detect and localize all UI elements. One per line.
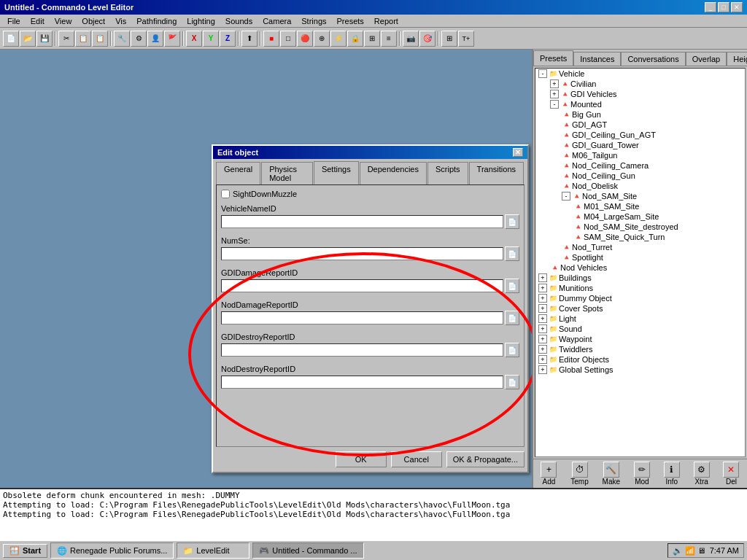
ok-propagate-button[interactable]: OK & Propagate...: [446, 451, 525, 467]
toolbar-camera[interactable]: 📷: [403, 31, 419, 47]
tree-nod-sam-site-destroyed[interactable]: 🔺 Nod_SAM_Site_destroyed: [535, 222, 745, 232]
menu-strings[interactable]: Strings: [297, 16, 330, 26]
expand-gdi-vehicles[interactable]: +: [550, 90, 559, 98]
tree-sound[interactable]: + 📁 Sound: [535, 324, 745, 334]
tree-light[interactable]: + 📁 Light: [535, 314, 745, 324]
menu-view[interactable]: View: [50, 16, 77, 26]
toolbar-cut[interactable]: ✂: [58, 31, 74, 47]
vehicle-name-id-btn[interactable]: 📄: [505, 214, 519, 229]
tool-info[interactable]: ℹ Info: [664, 462, 680, 486]
maximize-button[interactable]: □: [718, 2, 729, 12]
tree-nod-sam-site[interactable]: - 🔺 Nod_SAM_Site: [535, 191, 745, 201]
gdi-destroy-report-id-btn[interactable]: 📄: [505, 343, 519, 357]
expand-twiddlers[interactable]: +: [538, 345, 547, 354]
tree-nod-vehicles[interactable]: 🔺 Nod Vehicles: [535, 262, 745, 273]
tree-m01-sam-site[interactable]: 🔺 M01_SAM_Site: [535, 201, 745, 211]
toolbar-up[interactable]: ⬆: [241, 31, 258, 47]
expand-buildings[interactable]: +: [538, 273, 547, 282]
close-button[interactable]: ✕: [731, 2, 743, 12]
toolbar-btn14[interactable]: ≡: [381, 31, 397, 47]
tree-nod-ceiling-gun[interactable]: 🔺 Nod_Ceiling_Gun: [535, 171, 745, 181]
canvas-area[interactable]: Edit object ✕ General Physics Model Sett…: [0, 50, 532, 488]
ok-button[interactable]: OK: [336, 451, 387, 467]
toolbar-save[interactable]: 💾: [36, 31, 53, 47]
tree-gdi-guard-tower[interactable]: 🔺 GDI_Guard_Tower: [535, 140, 745, 150]
menu-lighting[interactable]: Lighting: [182, 16, 220, 26]
tab-physics-model[interactable]: Physics Model: [261, 162, 313, 184]
menu-file[interactable]: File: [3, 16, 25, 26]
toolbar-btn3[interactable]: 🔧: [114, 31, 130, 47]
dialog-close-button[interactable]: ✕: [513, 148, 523, 157]
tab-settings[interactable]: Settings: [314, 161, 359, 184]
tree-buildings[interactable]: + 📁 Buildings: [535, 273, 745, 283]
nod-damage-report-id-input[interactable]: [221, 311, 503, 324]
tree-m06-tailgun[interactable]: 🔺 M06_Tailgun: [535, 150, 745, 160]
toolbar-btn13[interactable]: ⊞: [364, 31, 380, 47]
tool-del[interactable]: ✕ Del: [723, 462, 739, 486]
sight-down-muzzle-checkbox[interactable]: [221, 190, 230, 198]
tool-make[interactable]: 🔨 Make: [603, 462, 620, 486]
tree-gdi-vehicles[interactable]: + 🔺 GDI Vehicles: [535, 89, 745, 99]
expand-vehicle[interactable]: -: [538, 69, 547, 78]
num-seats-btn[interactable]: 📄: [505, 246, 519, 261]
start-button[interactable]: 🪟 Start: [3, 544, 47, 558]
expand-sound[interactable]: +: [538, 324, 547, 333]
vehicle-name-id-input[interactable]: [221, 215, 503, 228]
expand-cover-spots[interactable]: +: [538, 304, 547, 313]
gdi-damage-report-id-input[interactable]: [221, 279, 503, 292]
toolbar-text[interactable]: T+: [458, 31, 474, 47]
toolbar-btn6[interactable]: 🚩: [164, 31, 180, 47]
toolbar-red-sq[interactable]: ■: [263, 31, 279, 47]
menu-presets[interactable]: Presets: [333, 16, 368, 26]
toolbar-z[interactable]: Z: [220, 31, 236, 47]
toolbar-btn9[interactable]: 🔴: [297, 31, 313, 47]
expand-global-settings[interactable]: +: [538, 365, 547, 374]
gdi-destroy-report-id-input[interactable]: [221, 343, 503, 357]
preset-tree[interactable]: - 📁 Vehicle + 🔺 Civilian + 🔺 GDI Vehicle…: [535, 68, 746, 457]
tree-cover-spots[interactable]: + 📁 Cover Spots: [535, 303, 745, 314]
tool-mod[interactable]: ✏ Mod: [634, 462, 650, 486]
toolbar-btn11[interactable]: ⚡: [330, 31, 347, 47]
menu-camera[interactable]: Camera: [258, 16, 295, 26]
num-seats-input[interactable]: [221, 247, 503, 260]
toolbar-y[interactable]: Y: [203, 31, 219, 47]
expand-munitions[interactable]: +: [538, 284, 547, 292]
toolbar-new[interactable]: 📄: [3, 31, 19, 47]
tree-dummy-object[interactable]: + 📁 Dummy Object: [535, 293, 745, 303]
toolbar-btn4[interactable]: ⚙: [131, 31, 147, 47]
menu-pathfinding[interactable]: Pathfinding: [132, 16, 181, 26]
expand-mounted[interactable]: -: [550, 100, 559, 109]
menu-vis[interactable]: Vis: [111, 16, 131, 26]
tab-instances[interactable]: Instances: [573, 52, 621, 66]
tree-editor-objects[interactable]: + 📁 Editor Objects: [535, 354, 745, 365]
taskbar-renegade[interactable]: 🌐 Renegade Public Forums...: [50, 542, 174, 559]
expand-editor-objects[interactable]: +: [538, 355, 547, 364]
gdi-damage-report-id-btn[interactable]: 📄: [505, 279, 519, 293]
taskbar-untitled-commando[interactable]: 🎮 Untitled - Commando ...: [252, 542, 363, 559]
toolbar-box[interactable]: □: [280, 31, 296, 47]
tool-xtra[interactable]: ⚙ Xtra: [694, 462, 710, 486]
menu-object[interactable]: Object: [77, 16, 109, 26]
toolbar-btn10[interactable]: ⊕: [314, 31, 330, 47]
tree-big-gun[interactable]: 🔺 Big Gun: [535, 109, 745, 120]
tree-waypoint[interactable]: + 📁 Waypoint: [535, 334, 745, 344]
tree-gdi-ceiling-gun-agt[interactable]: 🔺 GDI_Ceiling_Gun_AGT: [535, 130, 745, 140]
nod-destroy-report-id-btn[interactable]: 📄: [505, 375, 519, 389]
tree-nod-turret[interactable]: 🔺 Nod_Turret: [535, 242, 745, 252]
toolbar-x[interactable]: X: [186, 31, 202, 47]
toolbar-target[interactable]: 🎯: [419, 31, 436, 47]
expand-civilian[interactable]: +: [550, 79, 559, 88]
nod-destroy-report-id-input[interactable]: [221, 376, 503, 389]
expand-waypoint[interactable]: +: [538, 335, 547, 343]
tree-vehicle[interactable]: - 📁 Vehicle: [535, 69, 745, 79]
minimize-button[interactable]: _: [705, 2, 716, 12]
tree-nod-ceiling-camera[interactable]: 🔺 Nod_Ceiling_Camera: [535, 160, 745, 171]
tree-civilian[interactable]: + 🔺 Civilian: [535, 79, 745, 89]
toolbar-open[interactable]: 📂: [20, 31, 36, 47]
toolbar-btn12[interactable]: 🔒: [347, 31, 363, 47]
tree-spotlight[interactable]: 🔺 Spotlight: [535, 252, 745, 262]
tool-temp[interactable]: ⏱ Temp: [570, 462, 588, 486]
expand-nod-sam-site[interactable]: -: [562, 192, 570, 201]
tree-global-settings[interactable]: + 📁 Global Settings: [535, 365, 745, 375]
tree-gdi-agt[interactable]: 🔺 GDI_AGT: [535, 120, 745, 130]
